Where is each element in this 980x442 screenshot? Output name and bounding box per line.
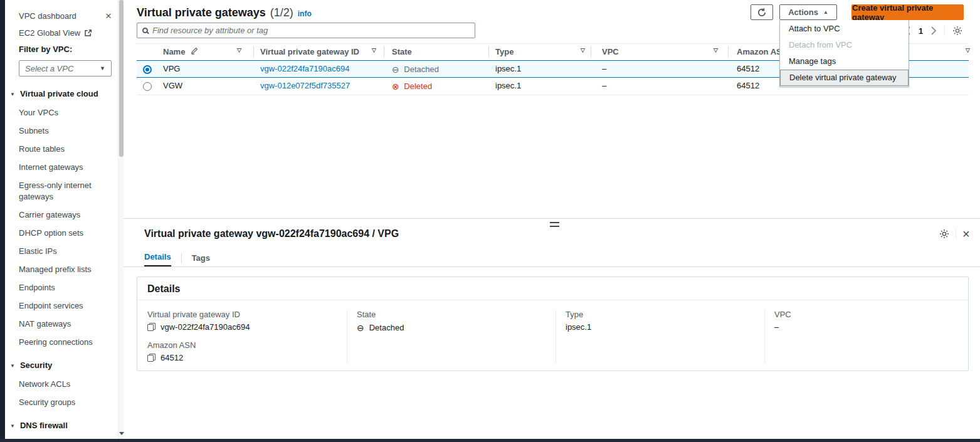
filter-icon[interactable]: ▽ (237, 47, 241, 53)
sidebar-item-network-acls[interactable]: Network ACLs (19, 379, 112, 390)
sidebar-item-vpc-dashboard[interactable]: VPC dashboard (19, 11, 76, 21)
column-divider[interactable] (591, 46, 591, 57)
cell-name: VGW (163, 81, 182, 90)
divider (181, 253, 182, 263)
current-page-number[interactable]: 1 (919, 26, 923, 36)
tab-details[interactable]: Details (144, 252, 171, 267)
tab-tags[interactable]: Tags (192, 253, 210, 266)
menu-item-manage-tags[interactable]: Manage tags (780, 53, 909, 70)
cell-vpg-id-link[interactable]: vgw-022f24fa7190ac694 (260, 64, 349, 73)
detached-state-icon: ⊖ (357, 323, 364, 333)
divider (556, 310, 556, 364)
vpc-select[interactable]: Select a VPC ▼ (19, 60, 112, 76)
sidebar-item-endpoints[interactable]: Endpoints (19, 282, 112, 293)
sidebar-item-nat-gateways[interactable]: NAT gateways (19, 318, 112, 330)
column-header-label: Name (163, 47, 185, 56)
menu-item-attach-to-vpc[interactable]: Attach to VPC (780, 21, 909, 37)
sidebar-item-your-vpcs[interactable]: Your VPCs (19, 107, 112, 118)
sidebar-item-endpoint-services[interactable]: Endpoint services (19, 300, 112, 312)
filter-icon[interactable]: ▽ (581, 47, 585, 53)
sidebar-item-subnets[interactable]: Subnets (19, 125, 112, 137)
filter-icon[interactable]: ▽ (372, 47, 376, 53)
column-divider[interactable] (488, 46, 489, 57)
sidebar-section-dns-firewall[interactable]: ▼ DNS firewall (10, 421, 112, 430)
sidebar-item-route-tables[interactable]: Route tables (19, 144, 112, 155)
cell-vpc: – (602, 64, 606, 73)
sidebar-item-egress-only-internet-gateways[interactable]: Egress-only internet gateways (19, 180, 112, 203)
section-collapse-icon: ▼ (10, 423, 15, 429)
column-header-name[interactable]: Name (163, 47, 198, 56)
create-virtual-private-gateway-button[interactable]: Create virtual private gateway (851, 4, 964, 20)
cell-state: ⊖ Detached (392, 64, 439, 74)
cell-type: ipsec.1 (495, 81, 521, 90)
divider (764, 310, 765, 364)
detached-state-icon: ⊖ (392, 65, 399, 75)
sidebar-section-security[interactable]: ▼ Security (10, 360, 112, 370)
search-icon (142, 28, 148, 33)
menu-item-detach-from-vpc: Detach from VPC (780, 37, 909, 53)
panel-settings-gear-icon[interactable] (939, 229, 949, 239)
state-label: Detached (404, 65, 439, 74)
sidebar-item-ec2-global-view[interactable]: EC2 Global View (19, 28, 80, 38)
actions-button[interactable]: Actions ▲ (779, 4, 837, 20)
column-header-vpc[interactable]: VPC (602, 47, 619, 56)
field-value-vpg-id: vgw-022f24fa7190ac694 (161, 322, 250, 332)
details-card: Details Virtual private gateway ID vgw-0… (137, 276, 969, 371)
refresh-button[interactable] (751, 4, 773, 20)
sidebar-item-internet-gateways[interactable]: Internet gateways (19, 162, 112, 173)
details-panel-title: Virtual private gateway vgw-022f24fa7190… (144, 228, 399, 239)
scrollbar-down-arrow-icon[interactable] (119, 432, 124, 435)
field-label-amazon-asn: Amazon ASN (147, 340, 250, 350)
refresh-icon (757, 8, 767, 18)
sidebar-item-carrier-gateways[interactable]: Carrier gateways (19, 209, 112, 221)
field-value-state: Detached (369, 323, 404, 332)
sidebar-item-elastic-ips[interactable]: Elastic IPs (19, 246, 112, 257)
field-label-state: State (357, 310, 404, 319)
chevron-up-icon: ▲ (823, 9, 828, 15)
column-header-vpg-id[interactable]: Virtual private gateway ID (260, 47, 359, 56)
menu-item-delete-virtual-private-gateway[interactable]: Delete virtual private gateway (780, 70, 909, 86)
close-panel-icon[interactable]: × (962, 229, 970, 239)
deleted-state-icon: ⊗ (392, 82, 399, 92)
sidebar-item-dhcp-option-sets[interactable]: DHCP option sets (19, 228, 112, 239)
field-column: VPC – (774, 310, 791, 340)
column-divider[interactable] (253, 46, 254, 57)
next-page-icon[interactable] (930, 26, 937, 35)
filter-icon[interactable]: ▽ (966, 47, 970, 53)
divider (944, 26, 945, 36)
divider (347, 310, 347, 364)
search-box[interactable] (137, 23, 475, 38)
cell-type: ipsec.1 (495, 64, 521, 73)
table-settings-gear-icon[interactable] (952, 26, 962, 36)
actions-button-label: Actions (788, 8, 818, 17)
search-input[interactable] (152, 26, 470, 35)
column-divider[interactable] (384, 46, 384, 57)
row-radio-unselected[interactable] (143, 82, 152, 91)
copy-icon[interactable] (147, 354, 155, 362)
window-edge-bottom (0, 439, 980, 442)
sidebar-close-icon[interactable]: × (105, 12, 112, 21)
split-panel-divider (124, 218, 980, 219)
info-link[interactable]: info (298, 9, 312, 18)
split-panel-drag-handle-icon[interactable] (550, 222, 559, 227)
divider (956, 229, 956, 239)
scrollbar-thumb[interactable] (119, 0, 124, 157)
column-divider[interactable] (728, 46, 729, 57)
details-card-title: Details (137, 277, 968, 300)
divider (124, 266, 980, 267)
page-title-text: Virtual private gateways (137, 6, 266, 19)
sidebar-item-peering-connections[interactable]: Peering connections (19, 337, 112, 348)
sidebar-item-managed-prefix-lists[interactable]: Managed prefix lists (19, 264, 112, 275)
column-header-state[interactable]: State (392, 47, 412, 56)
sidebar-item-security-groups[interactable]: Security groups (19, 397, 112, 408)
row-radio-selected[interactable] (143, 65, 152, 74)
column-header-type[interactable]: Type (495, 47, 514, 56)
copy-icon[interactable] (147, 323, 155, 331)
filter-icon[interactable]: ▽ (714, 47, 718, 53)
sidebar-section-virtual-private-cloud[interactable]: ▼ Virtual private cloud (10, 89, 112, 98)
section-title: Virtual private cloud (20, 89, 98, 98)
cell-vpg-id-link[interactable]: vgw-012e072f5df735527 (260, 81, 350, 90)
field-value-amazon-asn: 64512 (161, 353, 183, 362)
details-panel-tabs: Details Tags (144, 252, 210, 267)
sidebar-scrollbar[interactable] (118, 0, 124, 439)
